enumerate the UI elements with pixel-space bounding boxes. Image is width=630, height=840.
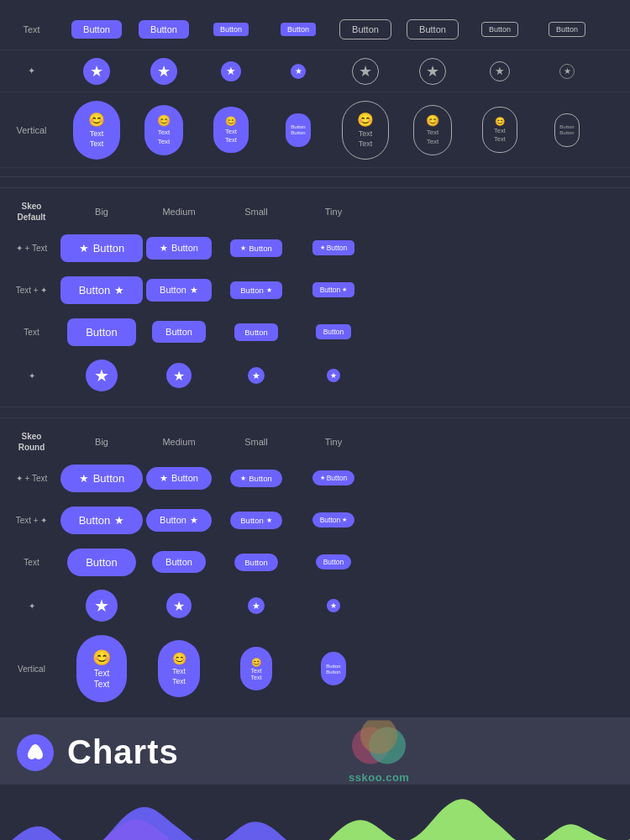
cell-s2: ★: [130, 53, 197, 90]
skeo-star-tiny-1[interactable]: ★: [327, 369, 340, 382]
vert-outline-xs-1[interactable]: Button Button: [554, 113, 580, 147]
skeo-default-label: SkeoDefault: [0, 197, 63, 226]
skeo-round-vertical-label: Vertical: [0, 664, 63, 674]
skeo-round-star-medium[interactable]: ★: [166, 593, 192, 618]
skeo-big-text[interactable]: Button: [67, 318, 136, 346]
star-filled-4[interactable]: ★: [291, 64, 306, 79]
skeo-default-header: SkeoDefault Big Medium Small Tiny: [0, 197, 630, 227]
top-star-row: ✦ ★ ★ ★ ★ ★ ★ ★ ★: [0, 50, 630, 92]
skeo-tiny-text[interactable]: Button: [316, 324, 352, 339]
skeo-round-tiny-icon-text[interactable]: ★Button: [312, 470, 355, 486]
skeo-round-medium-icon-text[interactable]: ★Button: [146, 467, 212, 490]
skeo-medium-text-icon[interactable]: Button★: [146, 279, 212, 302]
skeo-star-medium-1[interactable]: ★: [166, 363, 192, 388]
round-pill-big-1[interactable]: 😊 Text Text: [76, 635, 127, 702]
cell-8: Button: [533, 17, 601, 42]
star-outline-4[interactable]: ★: [559, 64, 575, 79]
star-outline-3[interactable]: ★: [490, 61, 510, 81]
star-outline-1[interactable]: ★: [352, 58, 379, 85]
skeo-d-cell-3: ★Button: [218, 236, 295, 260]
star-filled-2[interactable]: ★: [150, 58, 177, 85]
skeo-round-row-icon: ✦ ★ ★ ★ ★: [0, 583, 630, 628]
vert-pill-big-1[interactable]: 😊 Text Text: [73, 101, 120, 160]
skeo-r-cell-15: ★: [218, 594, 295, 617]
skeo-round-small-icon-text[interactable]: ★Button: [230, 470, 281, 487]
skeo-round-label: SkeoRound: [0, 428, 63, 456]
vert-outline-med-1[interactable]: 😊 Text Text: [413, 105, 452, 155]
star-filled-1[interactable]: ★: [83, 58, 110, 85]
skeo-round-star-small[interactable]: ★: [248, 597, 265, 614]
skeo-round-big-text[interactable]: Button: [67, 549, 136, 576]
btn-outline-big-2[interactable]: Button: [407, 19, 459, 39]
round-pill-tiny-1[interactable]: Button Button: [321, 652, 346, 685]
round-size-header-big: Big: [63, 433, 140, 450]
skeo-r-cell-8: Button★: [295, 509, 372, 531]
cell-s4: ★: [265, 59, 332, 84]
skeo-d-cell-8: Button★: [295, 279, 372, 301]
skeo-default-text-label: Text: [0, 328, 63, 337]
star-outline-2[interactable]: ★: [419, 58, 446, 85]
skeo-r-cell-9: Button: [63, 545, 140, 580]
skeo-r-cell-1: ★Button: [63, 461, 140, 496]
cell-v8: Button Button: [533, 108, 601, 152]
skeo-round-star-big[interactable]: ★: [86, 590, 118, 622]
cell-v2: 😊 Text Text: [130, 100, 197, 160]
skeo-round-big-text-icon[interactable]: Button★: [60, 507, 144, 534]
watermark-container: sskoo.com: [349, 720, 409, 783]
skeo-star-small-1[interactable]: ★: [248, 367, 265, 384]
skeo-r-cell-3: ★Button: [218, 466, 295, 491]
btn-purple-tiny-1[interactable]: Button: [281, 23, 316, 36]
skeo-round-medium-text-icon[interactable]: Button★: [146, 509, 212, 532]
skeo-big-text-icon[interactable]: Button★: [60, 276, 144, 304]
vert-outline-big-1[interactable]: 😊 Text Text: [342, 101, 389, 160]
cell-6: Button: [399, 14, 466, 45]
skeo-round-big-icon-text[interactable]: ★Button: [60, 465, 144, 492]
vert-pill-sm-1[interactable]: 😊 Text Text: [213, 107, 249, 153]
skeo-small-text[interactable]: Button: [234, 323, 277, 341]
skeo-d-cell-12: Button: [295, 321, 372, 343]
cell-7: Button: [466, 17, 533, 42]
btn-purple-big-1[interactable]: Button: [71, 20, 122, 39]
vert-pill-xs-1[interactable]: Button Button: [286, 113, 311, 147]
skeo-small-icon-text[interactable]: ★Button: [230, 239, 281, 257]
skeo-medium-icon-text[interactable]: ★Button: [146, 237, 212, 260]
vert-pill-med-1[interactable]: 😊 Text Text: [144, 105, 183, 155]
skeo-star-big-1[interactable]: ★: [86, 360, 118, 391]
cell-s3: ★: [197, 56, 265, 87]
skeo-round-small-text[interactable]: Button: [234, 554, 277, 571]
btn-outline-big-1[interactable]: Button: [339, 19, 391, 39]
top-star-cells: ★ ★ ★ ★ ★ ★ ★ ★: [63, 53, 630, 90]
skeo-medium-text[interactable]: Button: [152, 321, 206, 343]
round-pill-medium-1[interactable]: 😊 Text Text: [158, 640, 200, 697]
skeo-r-cell-17: 😊 Text Text: [63, 632, 140, 706]
vert-outline-sm-1[interactable]: 😊 Text Text: [482, 107, 517, 153]
top-vertical-label: Vertical: [0, 122, 63, 139]
skeo-round-medium-text[interactable]: Button: [152, 551, 206, 573]
skeo-r-cell-12: Button: [295, 551, 372, 573]
skeo-round-tiny-text[interactable]: Button: [316, 554, 352, 570]
skeo-round-text-icon-label: Text + ✦: [0, 516, 63, 525]
btn-purple-big-2[interactable]: Button: [139, 20, 189, 39]
btn-outline-tiny-1[interactable]: Button: [549, 22, 585, 37]
skeo-round-tiny-text-icon[interactable]: Button★: [312, 512, 355, 528]
skeo-big-icon-text[interactable]: ★Button: [60, 234, 144, 262]
btn-purple-small-1[interactable]: Button: [213, 23, 249, 36]
charts-header: Charts sskoo.com: [0, 718, 630, 785]
btn-outline-small-1[interactable]: Button: [481, 22, 518, 37]
skeo-round-star-tiny[interactable]: ★: [327, 599, 340, 612]
skeo-r-cell-4: ★Button: [295, 467, 372, 489]
skeo-r-cell-10: Button: [140, 548, 218, 576]
top-vertical-row: Vertical 😊 Text Text 😊 Text Text 😊: [0, 92, 630, 168]
skeo-d-cell-16: ★: [295, 365, 372, 386]
skeo-default-section: SkeoDefault Big Medium Small Tiny ✦ + Te…: [0, 187, 630, 407]
skeo-round-small-text-icon[interactable]: Button★: [230, 512, 281, 529]
skeo-tiny-text-icon[interactable]: Button★: [312, 282, 355, 297]
skeo-d-cell-11: Button: [218, 320, 295, 344]
skeo-small-text-icon[interactable]: Button★: [230, 281, 281, 299]
star-filled-3[interactable]: ★: [221, 61, 241, 81]
skeo-round-row-text: Text Button Button Button Button: [0, 541, 630, 583]
round-pill-small-1[interactable]: 😊 Text Text: [240, 647, 272, 690]
skeo-d-cell-1: ★Button: [63, 231, 140, 265]
skeo-tiny-icon-text[interactable]: ★Button: [312, 240, 355, 255]
skeo-r-cell-2: ★Button: [140, 464, 218, 493]
